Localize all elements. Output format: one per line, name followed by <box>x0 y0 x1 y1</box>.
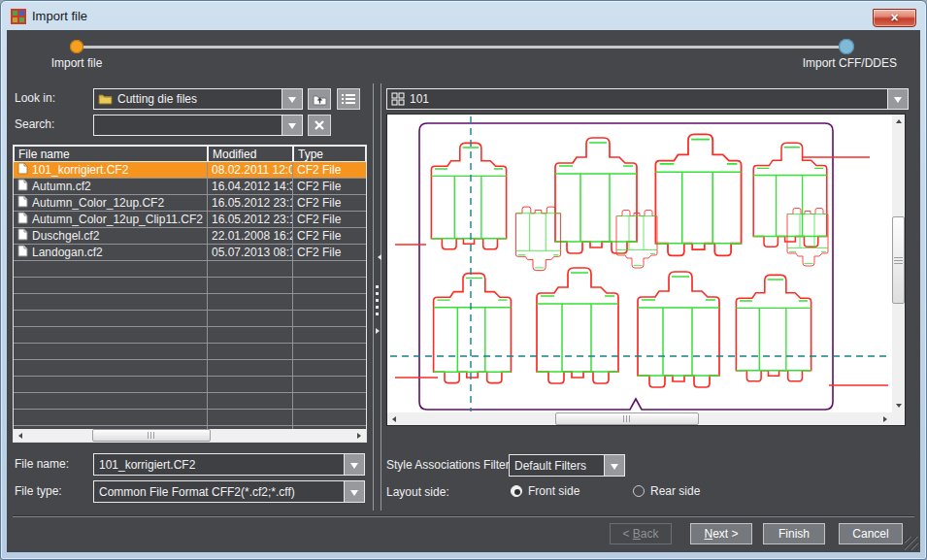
dialog-body: Import file Import CFF/DDES Look in: Cut… <box>7 30 920 552</box>
up-one-level-button[interactable] <box>308 88 331 110</box>
file-icon <box>17 179 28 194</box>
preview-canvas <box>387 115 892 412</box>
clear-x-icon <box>314 119 325 131</box>
file-name-label: File name: <box>15 457 69 471</box>
front-side-radio-label: Front side <box>528 484 579 498</box>
chevron-down-icon <box>894 97 902 107</box>
chevron-down-icon <box>288 123 296 133</box>
collapse-left-icon <box>375 254 381 260</box>
wizard-step-current-knob <box>70 40 83 53</box>
grid-icon <box>391 92 405 106</box>
die-layout-drawing <box>387 115 892 412</box>
column-header-modified[interactable]: Modified <box>208 146 293 162</box>
file-type-label: File type: <box>15 484 62 498</box>
layout-select-value: 101 <box>405 92 887 106</box>
scroll-left-arrow[interactable] <box>387 412 400 425</box>
file-list: File name Modified Type 101_korrigiert.C… <box>13 145 367 443</box>
wizard-step-next-label: Import CFF/DDES <box>803 56 897 70</box>
file-list-empty-area <box>14 261 366 429</box>
scrollbar-thumb[interactable] <box>892 216 905 304</box>
chevron-down-icon <box>611 464 618 474</box>
table-row[interactable]: Autumn_Color_12up_Clip11.CF2 16.05.2012 … <box>14 212 366 228</box>
file-name-combobox[interactable]: 101_korrigiert.CF2 <box>93 453 365 476</box>
file-list-horizontal-scrollbar[interactable] <box>14 429 366 442</box>
look-in-dropdown-button[interactable] <box>281 89 302 109</box>
folder-up-icon <box>313 93 327 106</box>
file-type-dropdown-button[interactable] <box>344 481 364 502</box>
scroll-right-arrow[interactable] <box>353 429 366 442</box>
details-view-button[interactable] <box>337 88 360 110</box>
chevron-down-icon <box>350 490 358 500</box>
die-layout-grid-icon <box>11 9 26 24</box>
file-name-dropdown-button[interactable] <box>344 454 364 475</box>
search-dropdown-button[interactable] <box>281 115 302 135</box>
look-in-label: Look in: <box>15 91 55 105</box>
style-filter-value: Default Filters <box>510 459 604 473</box>
details-view-icon <box>342 93 355 105</box>
close-icon: × <box>890 10 898 25</box>
column-header-type[interactable]: Type <box>293 146 366 162</box>
scroll-down-arrow[interactable] <box>892 400 905 412</box>
front-side-radio[interactable]: Front side <box>511 484 579 498</box>
file-icon <box>17 195 28 211</box>
scroll-right-arrow[interactable] <box>879 412 892 425</box>
style-filter-label: Style Associations Filter <box>386 458 510 472</box>
cancel-button[interactable]: Cancel <box>839 523 903 544</box>
layout-select-dropdown-button[interactable] <box>887 89 908 109</box>
resize-grip[interactable] <box>905 537 918 550</box>
preview-vertical-scrollbar[interactable] <box>892 115 905 412</box>
next-button[interactable]: Next > <box>690 523 752 544</box>
radio-selected-icon <box>511 485 522 497</box>
rear-side-radio[interactable]: Rear side <box>633 484 700 498</box>
look-in-combobox[interactable]: Cutting die files <box>93 88 303 110</box>
file-icon <box>17 162 28 178</box>
file-type-value: Common File Format CFF2(*.cf2;*.cff) <box>94 485 344 499</box>
search-combobox[interactable] <box>93 115 303 136</box>
title-bar[interactable]: Import file × <box>2 2 925 30</box>
radio-unselected-icon <box>633 485 645 497</box>
back-button: < Back <box>610 523 672 544</box>
table-row[interactable]: Landogan.cf2 05.07.2013 08:12 CF2 File <box>14 245 366 261</box>
finish-button[interactable]: Finish <box>763 523 825 544</box>
table-row[interactable]: 101_korrigiert.CF2 08.02.2011 12:02 CF2 … <box>14 162 366 179</box>
file-name-value: 101_korrigiert.CF2 <box>94 458 344 472</box>
collapse-right-icon <box>376 328 382 334</box>
scrollbar-thumb[interactable] <box>92 429 211 442</box>
file-icon <box>17 228 28 244</box>
file-icon <box>17 245 28 260</box>
layout-side-label: Layout side: <box>386 485 449 499</box>
close-button[interactable]: × <box>873 9 916 27</box>
search-label: Search: <box>15 117 54 131</box>
chevron-down-icon <box>350 463 358 473</box>
wizard-step-next-knob <box>839 39 854 54</box>
look-in-value: Cutting die files <box>113 92 281 106</box>
scroll-left-arrow[interactable] <box>14 429 26 442</box>
footer-separator <box>13 515 914 517</box>
wizard-track <box>77 46 847 49</box>
panel-splitter[interactable] <box>373 83 381 511</box>
table-row[interactable]: Duschgel.cf2 22.01.2008 16:28 CF2 File <box>14 228 366 245</box>
rear-side-radio-label: Rear side <box>650 484 700 498</box>
import-file-dialog: Import file × Import file Import CFF/DDE… <box>0 0 927 560</box>
table-row[interactable]: Autumn_Color_12up.CF2 16.05.2012 23:12 C… <box>14 195 366 212</box>
folder-icon <box>98 93 113 105</box>
style-filter-combobox[interactable]: Default Filters <box>509 454 625 477</box>
file-type-combobox[interactable]: Common File Format CFF2(*.cf2;*.cff) <box>93 480 365 503</box>
wizard-step-current-label: Import file <box>42 56 112 70</box>
scrollbar-corner <box>892 412 905 425</box>
preview-horizontal-scrollbar[interactable] <box>387 412 892 425</box>
window-title: Import file <box>32 9 87 23</box>
clear-search-button[interactable] <box>308 115 331 136</box>
layout-select-combobox[interactable]: 101 <box>386 88 909 110</box>
column-header-file-name[interactable]: File name <box>14 146 208 162</box>
table-row[interactable]: Autumn.cf2 16.04.2012 14:38 CF2 File <box>14 179 366 195</box>
layout-preview <box>386 114 906 426</box>
scroll-up-arrow[interactable] <box>892 115 905 127</box>
scrollbar-thumb[interactable] <box>555 412 699 425</box>
file-list-header: File name Modified Type <box>14 146 366 162</box>
file-icon <box>17 212 28 227</box>
chevron-down-icon <box>288 97 296 107</box>
style-filter-dropdown-button[interactable] <box>604 455 624 476</box>
